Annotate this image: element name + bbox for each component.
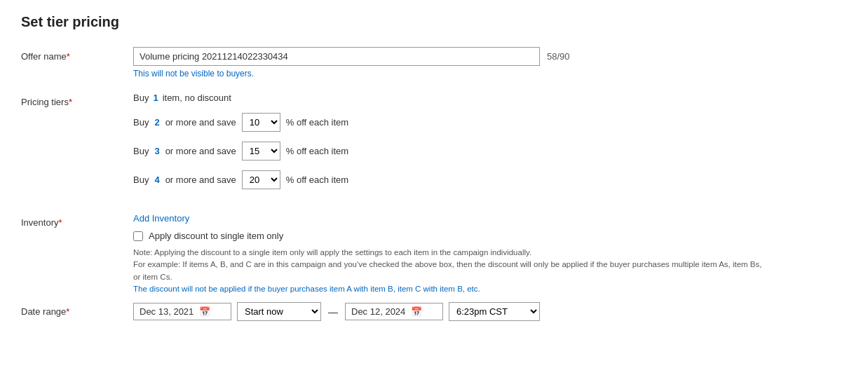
add-inventory-link[interactable]: Add Inventory [133,213,189,224]
pricing-tiers-content: Buy 1 item, no discount Buy 2 or more an… [133,93,847,199]
pricing-tiers-section: Pricing tiers* Buy 1 item, no discount B… [21,93,847,199]
tier-row-3: Buy 3 or more and save 10 15 20 25 30 % … [133,142,847,161]
date-range-section: Date range* Dec 13, 2021 📅 Start now Cus… [21,302,847,321]
inventory-label: Inventory* [21,213,133,228]
tier-3-discount-select[interactable]: 10 15 20 25 30 [242,142,280,161]
end-date-wrapper[interactable]: Dec 12, 2024 📅 [345,303,443,320]
offer-name-row: 58/90 [133,47,847,66]
start-calendar-icon[interactable]: 📅 [199,306,210,317]
single-item-checkbox[interactable] [133,231,143,241]
offer-name-input[interactable] [133,47,540,66]
tier-row-4: Buy 4 or more and save 10 15 20 25 30 % … [133,170,847,189]
start-time-select[interactable]: Start now Custom time [237,302,321,321]
inventory-note: Note: Applying the discount to a single … [133,247,764,295]
tier-row-2: Buy 2 or more and save 10 15 20 25 30 % … [133,113,847,132]
inventory-note-line3: The discount will not be applied if the … [133,285,480,293]
pricing-tiers-label: Pricing tiers* [21,93,133,107]
offer-name-hint: This will not be visible to buyers. [133,69,847,79]
start-date-text: Dec 13, 2021 [140,306,194,317]
tier-qty-4: 4 [154,175,159,185]
date-range-row: Dec 13, 2021 📅 Start now Custom time — D… [133,302,847,321]
date-range-content: Dec 13, 2021 📅 Start now Custom time — D… [133,302,847,321]
offer-name-section: Offer name* 58/90 This will not be visib… [21,47,847,79]
char-count: 58/90 [547,51,570,62]
start-date-wrapper[interactable]: Dec 13, 2021 📅 [133,303,231,320]
end-time-select[interactable]: 6:23pm CST 12:00am CST 11:59pm CST [449,302,540,321]
tier-qty-3: 3 [154,146,159,156]
tier-qty-2: 2 [154,117,159,128]
single-item-checkbox-label: Apply discount to single item only [149,231,283,241]
inventory-section: Inventory* Add Inventory Apply discount … [21,213,847,295]
single-item-checkbox-row: Apply discount to single item only [133,231,847,241]
date-separator: — [327,306,339,318]
tier-qty-1: 1 [153,93,158,103]
end-calendar-icon[interactable]: 📅 [411,306,422,317]
tier-4-discount-select[interactable]: 10 15 20 25 30 [242,170,280,189]
offer-name-content: 58/90 This will not be visible to buyers… [133,47,847,79]
end-date-text: Dec 12, 2024 [351,306,405,317]
tier-2-discount-select[interactable]: 10 15 20 25 30 [242,113,280,132]
inventory-content: Add Inventory Apply discount to single i… [133,213,847,295]
date-range-label: Date range* [21,302,133,317]
offer-name-label: Offer name* [21,47,133,62]
tier-static: Buy 1 item, no discount [133,93,847,103]
page-title: Set tier pricing [21,14,847,30]
